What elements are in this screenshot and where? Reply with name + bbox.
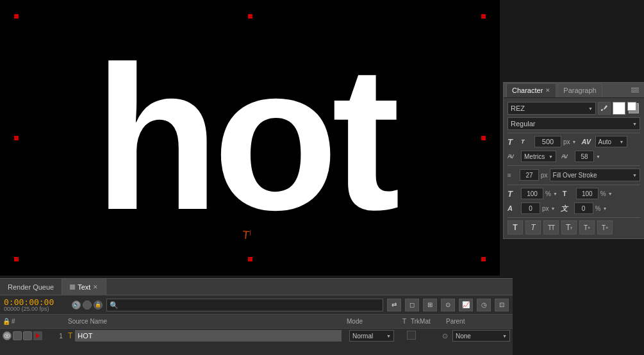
tab-render-queue[interactable]: Render Queue [0,279,62,295]
chevron-down-icon: ▼ [588,106,593,111]
tab-character-close[interactable]: ✕ [545,87,550,94]
typo-allcaps-button[interactable]: TT [543,220,559,235]
layer-eye-btn[interactable] [3,331,12,340]
render-btn[interactable]: ⊡ [495,299,509,311]
baseline-shift-group: A px ▼ [508,202,556,214]
menu-bar-line [631,90,639,90]
tab-text-close[interactable]: ✕ [93,284,98,290]
font-size-group: T T px ▼ [508,136,577,147]
chevron-down-icon: ▼ [608,192,613,196]
baseline-shift-input[interactable] [521,202,540,214]
tab-text[interactable]: Text ✕ [62,279,106,295]
scale-row: T % ▼ T % ▼ [508,188,640,199]
auto-kern-dropdown[interactable]: Auto ▼ [595,136,627,147]
tab-paragraph[interactable]: Paragraph [557,83,602,97]
vertical-scale-unit: % [545,190,551,197]
transfer-controls-btn[interactable]: ⇄ [387,299,401,311]
tab-bar: Render Queue Text ✕ [0,279,513,295]
font-style-row: Regular ▼ [508,117,640,130]
tracking-dropdown[interactable]: Metrics ▼ [521,151,556,162]
auto-kern-value: Auto [599,138,612,145]
trkmat-checkbox[interactable] [407,331,416,340]
svg-point-3 [6,335,8,337]
tracking-group: AV Metrics ▼ [508,151,556,162]
timecode-display[interactable]: 0:00:00:00 [4,298,54,306]
chevron-down-icon: ▼ [553,192,557,196]
handle-bottom-center [248,257,252,261]
typo-bold-button[interactable]: T [508,220,523,235]
time-remap-btn[interactable]: ◷ [477,299,491,311]
tracking-value: Metrics [524,153,545,160]
leading-fill-row: ≡ px Fill Over Stroke ▼ [508,169,640,181]
timecode-block: 0:00:00:00 00000 (25.00 fps) [4,298,68,312]
vertical-scale-input[interactable] [521,188,543,199]
tsukuri-unit: % [595,205,601,212]
tracking-value-input[interactable] [575,151,594,162]
composition-btn[interactable]: ◻ [405,299,419,311]
chevron-down-icon: ▼ [596,154,600,159]
chevron-down-icon: ▼ [551,206,556,211]
layer-box2-btn[interactable] [23,331,32,340]
fill-mode-dropdown[interactable]: Fill Over Stroke ▼ [550,169,640,181]
tracking-icon: AV [508,153,519,160]
layer-parent-group: ⊙ None ▼ [442,330,510,342]
panel-menu-button[interactable] [631,85,641,95]
font-size-icon-small: T [521,138,533,145]
layer-mode-value: Normal [352,333,373,340]
audio-btn[interactable]: 🔊 [72,301,81,310]
tab-character[interactable]: Character ✕ [506,83,556,97]
font-size-input[interactable] [534,136,561,147]
chevron-down-icon: ▼ [386,334,391,338]
lock-btn[interactable]: 🔒 [94,301,103,310]
typo-italic-button[interactable]: T [525,220,541,235]
horizontal-scale-input[interactable] [576,188,599,199]
layer-mode-dropdown[interactable]: Normal ▼ [349,330,394,342]
layer-parent-dropdown[interactable]: None ▼ [452,330,510,342]
frame-blending-btn[interactable]: ⊞ [423,299,437,311]
graph-editor-btn[interactable]: 📈 [459,299,473,311]
svg-text:|: | [249,229,251,235]
search-input[interactable] [106,299,383,311]
layer-controls: 🔊 🔒 [72,301,103,310]
tab-text-icon [70,285,75,290]
lock-icon: 🔒 [3,318,10,325]
font-family-dropdown[interactable]: REZ ▼ [508,102,596,115]
motion-blur-btn[interactable]: ⊙ [441,299,455,311]
layer-row: 1 T HOT Normal ▼ ⊙ None ▼ [0,329,513,343]
eyedropper-button[interactable] [598,102,611,115]
typo-sub-button[interactable]: T+ [597,220,613,235]
layer-header: 🔒 # Source Name Mode T TrkMat Parent [0,315,513,329]
divider [508,165,640,166]
layer-name-display[interactable]: HOT [75,330,342,342]
auto-kern-group: AV Auto ▼ [582,136,627,147]
header-mode: Mode [347,318,398,325]
layer-box1-btn[interactable] [13,331,22,340]
solo-btn[interactable] [83,301,92,310]
font-style-dropdown[interactable]: Regular ▼ [508,117,640,130]
layer-play-btn[interactable] [33,331,42,340]
chevron-down-icon: ▼ [572,140,577,144]
typo-smallcaps-button[interactable]: Tr [561,220,577,235]
text-cursor-icon: T | [242,227,254,245]
timeline-controls: 0:00:00:00 00000 (25.00 fps) 🔊 🔒 ⇄ ◻ ⊞ ⊙… [0,295,513,315]
layer-number: 1 [54,333,68,340]
typo-super-button[interactable]: T+ [579,220,595,235]
bottom-panel: Render Queue Text ✕ 0:00:00:00 00000 (25… [0,278,513,355]
play-triangle-icon [36,333,40,338]
handle-top-right [481,14,486,19]
tracking-num-group: AV ▼ [561,151,600,162]
chevron-down-icon: ▼ [602,206,607,211]
header-t-flag: T [398,318,411,325]
chevron-down-icon: ▼ [502,334,507,338]
chevron-down-icon: ▼ [620,140,624,144]
leading-input[interactable] [520,169,539,181]
fps-label: 00000 (25.00 fps) [4,306,49,312]
divider [508,217,640,218]
background-color-swatch[interactable] [627,102,640,115]
tsukuri-input[interactable] [574,202,593,214]
vertical-scale-group: T % ▼ [508,188,557,199]
leading-tracking-row: AV Metrics ▼ AV ▼ [508,151,640,162]
foreground-color-swatch[interactable] [613,102,625,115]
font-size-unit: px [563,138,570,145]
layer-type-icon: T [68,331,72,340]
